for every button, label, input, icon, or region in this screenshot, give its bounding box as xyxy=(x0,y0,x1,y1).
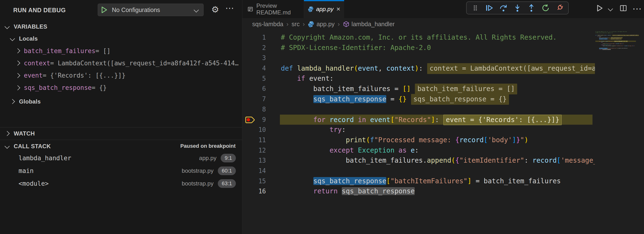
run-dropdown-icon[interactable] xyxy=(608,6,613,11)
code-line-text: sqs_batch_response = {}sqs_batch_respons… xyxy=(596,38,622,39)
paused-status-label: Paused on breakpoint xyxy=(180,143,236,149)
code-token: "itemIdentifier" xyxy=(460,156,524,164)
code-token: "Processed message: xyxy=(374,136,455,144)
line-column-badge: 63:1 xyxy=(218,179,236,188)
code-line[interactable]: 14 xyxy=(242,166,595,176)
breadcrumb-item-src[interactable]: src xyxy=(292,21,300,28)
run-python-file-icon[interactable] xyxy=(596,4,603,13)
line-number[interactable]: 8 xyxy=(242,104,281,115)
code-token: ) xyxy=(415,64,419,72)
line-number[interactable]: 14 xyxy=(242,166,281,176)
line-number[interactable]: 16 xyxy=(242,186,281,197)
tab-app-py[interactable]: app.py × xyxy=(304,0,344,18)
drag-handle-icon[interactable] xyxy=(470,3,480,13)
line-number[interactable]: 12 xyxy=(242,145,281,156)
restart-icon[interactable] xyxy=(541,3,550,13)
breadcrumb-item-app-py[interactable]: app.py xyxy=(308,21,334,28)
close-tab-icon[interactable]: × xyxy=(336,5,340,13)
code-line[interactable]: 11print(f"Processed message: {record['bo… xyxy=(242,135,595,145)
code-token: as xyxy=(608,44,610,45)
more-actions-icon[interactable]: ⋯ xyxy=(632,5,642,12)
code-token: {} xyxy=(609,38,610,39)
line-number[interactable]: 7 xyxy=(242,94,281,104)
code-line[interactable]: 4def lambda_handler(event, context):cont… xyxy=(242,63,595,74)
breadcrumb-item-lambda-handler[interactable]: lambda_handler xyxy=(343,21,395,28)
code-token: batch_item_failures. xyxy=(603,45,612,46)
start-debugging-icon[interactable] xyxy=(98,6,110,14)
code-token: sqs_batch_response xyxy=(342,187,415,195)
debug-configuration-dropdown[interactable]: No Configurations xyxy=(98,3,204,16)
more-actions-icon[interactable]: ⋯ xyxy=(225,4,234,12)
code-line[interactable]: 7sqs_batch_response = {}sqs_batch_respon… xyxy=(242,94,595,104)
line-number[interactable]: 11 xyxy=(242,135,281,145)
code-line[interactable]: 16return sqs_batch_response xyxy=(242,186,595,197)
code-line[interactable]: 15sqs_batch_response["batchItemFailures"… xyxy=(242,176,595,186)
code-editor[interactable]: 1# Copyright Amazon.com, Inc. or its aff… xyxy=(242,32,595,197)
variable-row[interactable]: sqs_batch_response = {} xyxy=(0,82,242,94)
inline-debug-value: event = {'Records': [{...}]} xyxy=(443,115,562,125)
code-token: sqs_batch_response xyxy=(599,48,608,49)
breadcrumb-item-sqs-lambda[interactable]: sqs-lambda xyxy=(252,21,283,28)
line-number[interactable]: 4 xyxy=(242,63,281,74)
step-over-icon[interactable] xyxy=(499,3,508,13)
code-line[interactable]: 2# SPDX-License-Identifier: Apache-2.0 xyxy=(242,43,595,53)
gear-icon[interactable]: ⚙ xyxy=(211,5,219,14)
code-token: lambda_handler xyxy=(297,64,354,72)
locals-scope-row[interactable]: Locals xyxy=(0,32,242,45)
minimap[interactable]: # Copyright Amazon.com, Inc. or its affi… xyxy=(596,31,641,108)
variable-name: event xyxy=(24,72,42,79)
line-number[interactable]: 1 xyxy=(242,32,281,43)
variable-row[interactable]: context = LambdaContext([aws_request_id=… xyxy=(0,57,242,69)
code-token: record xyxy=(616,43,619,44)
code-line[interactable]: 3 xyxy=(242,53,595,63)
breadcrumb-separator: › xyxy=(303,21,305,28)
line-number[interactable]: 3 xyxy=(242,53,281,63)
code-token: ] xyxy=(512,136,516,144)
variable-row[interactable]: event = {'Records': [{...}]} xyxy=(0,69,242,82)
code-token: 'message_id' xyxy=(628,45,633,46)
code-line-text: print(f"Processed message: {record['body… xyxy=(281,135,528,145)
stack-frame[interactable]: mainbootstrap.py60:1 xyxy=(0,165,242,177)
line-number[interactable]: 5 xyxy=(242,74,281,84)
line-number[interactable]: 10 xyxy=(242,125,281,135)
breadcrumb-separator: › xyxy=(338,21,340,28)
code-line[interactable]: 1# Copyright Amazon.com, Inc. or its aff… xyxy=(242,32,595,43)
frame-function: lambda_handler xyxy=(18,154,71,162)
line-number[interactable]: 13 xyxy=(242,155,281,166)
code-token: def xyxy=(281,64,297,72)
continue-icon[interactable] xyxy=(484,3,494,13)
disconnect-icon[interactable] xyxy=(555,3,564,13)
code-token: ) xyxy=(634,45,634,46)
editor-tab-bar: Preview README.md app.py × xyxy=(242,0,644,18)
code-token: return xyxy=(599,49,602,50)
code-line[interactable]: 12except Exception as e: xyxy=(242,145,595,156)
code-line[interactable]: 8 xyxy=(242,104,595,115)
stack-frame[interactable]: lambda_handlerapp.py9:1 xyxy=(0,152,242,164)
code-line[interactable]: 9for record in event["Records"]:event = … xyxy=(242,115,595,125)
stack-frame[interactable]: <module>bootstrap.py63:1 xyxy=(0,177,242,190)
line-column-badge: 60:1 xyxy=(218,166,236,175)
line-number[interactable]: 6 xyxy=(242,84,281,94)
debug-toolbar xyxy=(466,1,569,14)
watch-section-header[interactable]: WATCH xyxy=(0,127,242,140)
step-into-icon[interactable] xyxy=(512,3,522,13)
split-editor-icon[interactable] xyxy=(620,4,627,13)
code-token: [] xyxy=(402,85,411,93)
chevron-down-icon xyxy=(4,24,10,29)
code-token: batch_item_failures = xyxy=(313,85,402,93)
variable-row[interactable]: batch_item_failures = [] xyxy=(0,45,242,57)
globals-scope-row[interactable]: Globals xyxy=(0,95,242,108)
code-line[interactable]: 6batch_item_failures = []batch_item_fail… xyxy=(242,84,595,94)
variables-section-header[interactable]: VARIABLES xyxy=(0,20,242,33)
code-token: in xyxy=(354,116,370,124)
breakpoint-current-line-icon[interactable] xyxy=(245,116,256,124)
code-line[interactable]: 10try: xyxy=(242,125,595,135)
code-token: ( xyxy=(354,64,358,72)
tab-preview-readme[interactable]: Preview README.md xyxy=(242,0,304,18)
code-token: : xyxy=(415,146,419,154)
line-number[interactable]: 2 xyxy=(242,43,281,53)
line-number[interactable]: 15 xyxy=(242,176,281,186)
code-line[interactable]: 13batch_item_failures.append({"itemIdent… xyxy=(242,155,595,166)
code-line[interactable]: 5if event: xyxy=(242,74,595,84)
step-out-icon[interactable] xyxy=(526,3,536,13)
